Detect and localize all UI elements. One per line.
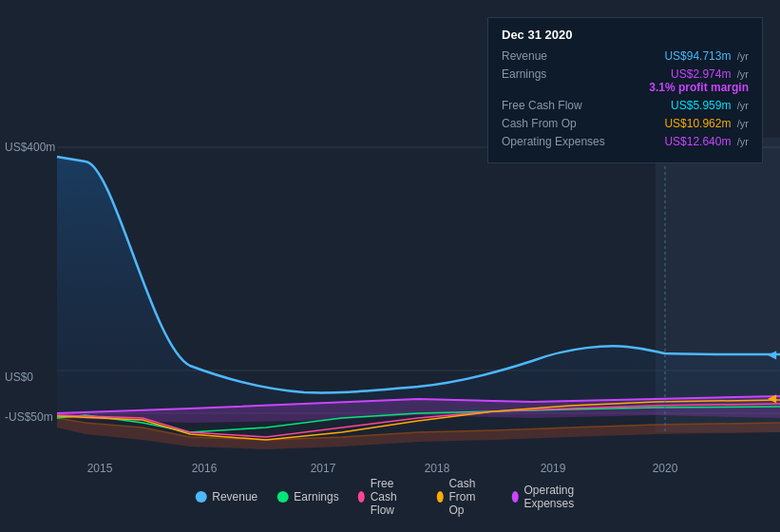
x-label-2020: 2020 <box>653 462 678 475</box>
tooltip-label-opex: Operating Expenses <box>502 135 616 148</box>
legend-label-revenue: Revenue <box>212 490 257 504</box>
chart-container: Dec 31 2020 Revenue US$94.713m /yr Earni… <box>0 0 780 532</box>
tooltip-row-earnings: Earnings US$2.974m /yr 3.1% profit margi… <box>502 67 749 94</box>
legend-dot-earnings <box>276 491 288 503</box>
tooltip-value-revenue: US$94.713m /yr <box>664 49 749 63</box>
legend-dot-fcf <box>358 491 365 503</box>
x-label-2019: 2019 <box>541 462 566 475</box>
tooltip-value-cashfromop: US$10.962m /yr <box>664 117 749 130</box>
x-label-2018: 2018 <box>425 462 450 475</box>
tooltip-profit-margin: 3.1% profit margin <box>649 81 749 94</box>
chart-svg: ◀ ◀ <box>0 138 780 499</box>
legend-label-fcf: Free Cash Flow <box>371 477 418 517</box>
tooltip-title: Dec 31 2020 <box>502 28 749 42</box>
legend-item-earnings: Earnings <box>276 490 338 504</box>
legend-label-cashfromop: Cash From Op <box>448 477 492 517</box>
tooltip-label-fcf: Free Cash Flow <box>502 99 616 112</box>
legend-dot-opex <box>511 491 518 503</box>
tooltip-box: Dec 31 2020 Revenue US$94.713m /yr Earni… <box>487 17 763 163</box>
legend-dot-cashfromop <box>436 491 443 503</box>
tooltip-value-fcf: US$5.959m /yr <box>671 99 749 112</box>
tooltip-row-cashfromop: Cash From Op US$10.962m /yr <box>502 117 749 130</box>
chart-legend: Revenue Earnings Free Cash Flow Cash Fro… <box>195 477 585 517</box>
legend-label-earnings: Earnings <box>294 490 338 504</box>
tooltip-label-cashfromop: Cash From Op <box>502 117 616 130</box>
tooltip-row-opex: Operating Expenses US$12.640m /yr <box>502 135 749 148</box>
legend-dot-revenue <box>195 491 206 503</box>
legend-item-opex: Operating Expenses <box>511 484 584 510</box>
tooltip-row-fcf: Free Cash Flow US$5.959m /yr <box>502 99 749 112</box>
tooltip-value-earnings: US$2.974m /yr <box>649 67 749 81</box>
x-label-2015: 2015 <box>87 462 113 475</box>
legend-item-revenue: Revenue <box>195 490 257 504</box>
tooltip-label-revenue: Revenue <box>502 49 616 63</box>
tooltip-value-opex: US$12.640m /yr <box>664 135 749 148</box>
svg-text:◀: ◀ <box>768 348 777 361</box>
tooltip-label-earnings: Earnings <box>502 67 616 81</box>
tooltip-row-revenue: Revenue US$94.713m /yr <box>502 49 749 63</box>
x-label-2017: 2017 <box>311 462 336 475</box>
svg-text:◀: ◀ <box>768 391 777 405</box>
x-label-2016: 2016 <box>192 462 218 475</box>
legend-label-opex: Operating Expenses <box>523 484 584 510</box>
legend-item-fcf: Free Cash Flow <box>358 477 418 517</box>
legend-item-cashfromop: Cash From Op <box>436 477 492 517</box>
